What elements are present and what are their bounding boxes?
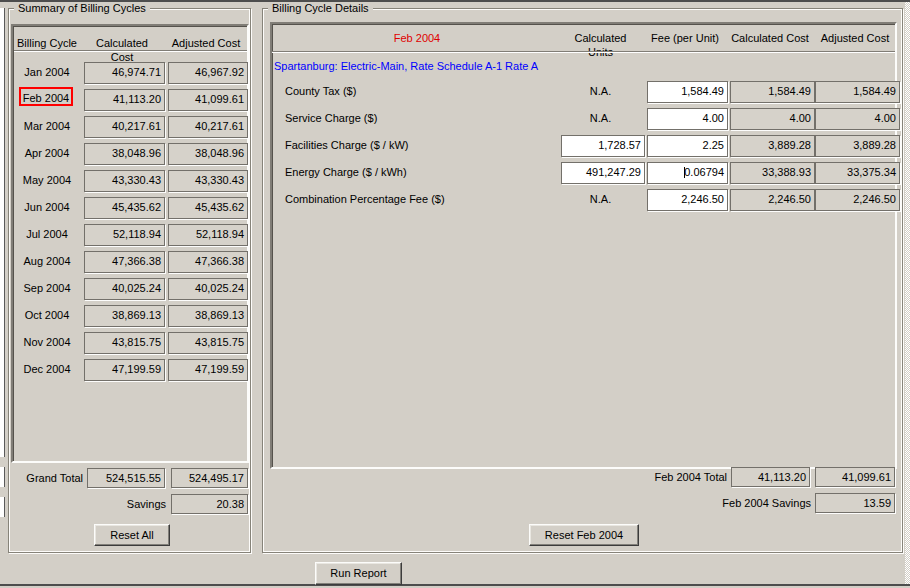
units-value: N.A. <box>561 108 640 128</box>
cycle-label[interactable]: Apr 2004 <box>14 143 80 163</box>
fee-input[interactable]: 4.00 <box>647 108 728 130</box>
details-panel-title: Billing Cycle Details <box>268 2 373 14</box>
adjusted-cost-field: 47,366.38 <box>168 251 248 273</box>
right-scrollbar-strip[interactable] <box>905 2 910 584</box>
units-input[interactable]: 1,728.57 <box>561 135 645 157</box>
adjusted-cost-field: 38,048.96 <box>168 143 248 165</box>
detail-row-county-tax: County Tax ($) N.A. 1,584.49 1,584.49 1,… <box>262 81 903 101</box>
summary-panel-title: Summary of Billing Cycles <box>14 2 150 14</box>
calculated-cost-field: 40,025.24 <box>84 278 165 300</box>
calculated-cost-field: 2,246.50 <box>730 189 815 211</box>
charge-label: Combination Percentage Fee ($) <box>285 189 445 209</box>
fee-input[interactable]: 1,584.49 <box>647 81 728 103</box>
table-row-jul: Jul 200452,118.9452,118.94 <box>8 224 251 244</box>
details-header-separator <box>272 51 895 53</box>
cycle-savings-field: 13.59 <box>815 493 895 513</box>
column-header-calculated-cost: Calculated Cost <box>730 31 810 45</box>
calculated-cost-field: 43,815.75 <box>84 332 165 354</box>
fee-input[interactable]: 2,246.50 <box>647 189 728 211</box>
cycle-label[interactable]: Jun 2004 <box>14 197 80 217</box>
table-row-aug: Aug 200447,366.3847,366.38 <box>8 251 251 271</box>
cycle-total-label: Feb 2004 Total <box>647 467 727 487</box>
calculated-cost-field: 3,889.28 <box>730 135 815 157</box>
column-header-fee-per-unit: Fee (per Unit) <box>647 31 723 45</box>
detail-row-energy-charge: Energy Charge ($ / kWh) 491,247.29 0.067… <box>262 162 903 182</box>
column-header-adjusted-cost: Adjusted Cost <box>815 31 895 45</box>
calculated-cost-field: 40,217.61 <box>84 116 165 138</box>
cycle-label[interactable]: May 2004 <box>14 170 80 190</box>
table-row-mar: Mar 200440,217.6140,217.61 <box>8 116 251 136</box>
calculated-cost-field: 38,048.96 <box>84 143 165 165</box>
header-separator <box>14 50 247 52</box>
left-clipped-field-edge <box>0 497 5 517</box>
left-clipped-field-edge <box>0 467 5 487</box>
calculated-cost-field: 38,869.13 <box>84 305 165 327</box>
table-row-dec: Dec 200447,199.5947,199.59 <box>8 359 251 379</box>
cycle-label[interactable]: Sep 2004 <box>14 278 80 298</box>
calculated-cost-field: 45,435.62 <box>84 197 165 219</box>
adjusted-cost-field: 45,435.62 <box>168 197 248 219</box>
charge-label: Facilities Charge ($ / kW) <box>285 135 408 155</box>
cycle-label[interactable]: Aug 2004 <box>14 251 80 271</box>
grand-total-calculated-field: 524,515.55 <box>87 468 165 488</box>
adjusted-cost-field: 40,217.61 <box>168 116 248 138</box>
adjusted-cost-field: 4.00 <box>815 108 900 130</box>
calculated-cost-field: 41,113.20 <box>84 89 165 111</box>
adjusted-cost-field: 38,869.13 <box>168 305 248 327</box>
details-panel: Billing Cycle Details Feb 2004 Calculate… <box>262 8 903 553</box>
adjusted-cost-field: 46,967.92 <box>168 62 248 84</box>
calculated-cost-field: 52,118.94 <box>84 224 165 246</box>
calculated-cost-field: 46,974.71 <box>84 62 165 84</box>
cycle-label[interactable]: Mar 2004 <box>14 116 80 136</box>
adjusted-cost-field: 1,584.49 <box>815 81 900 103</box>
detail-row-combination-fee: Combination Percentage Fee ($) N.A. 2,24… <box>262 189 903 209</box>
cycle-label[interactable]: Nov 2004 <box>14 332 80 352</box>
selected-cycle-title: Feb 2004 <box>274 31 560 45</box>
cycle-label[interactable]: Jul 2004 <box>14 224 80 244</box>
charge-label: Service Charge ($) <box>285 108 377 128</box>
cycle-label[interactable]: Oct 2004 <box>14 305 80 325</box>
cycle-total-adjusted-field: 41,099.61 <box>815 467 895 487</box>
adjusted-cost-field: 2,246.50 <box>815 189 900 211</box>
cycle-label[interactable]: Jan 2004 <box>14 62 80 82</box>
table-row-apr: Apr 200438,048.9638,048.96 <box>8 143 251 163</box>
column-header-adjusted-cost: Adjusted Cost <box>168 36 244 50</box>
table-row-may: May 200443,330.4343,330.43 <box>8 170 251 190</box>
reset-cycle-button[interactable]: Reset Feb 2004 <box>529 524 639 546</box>
reset-all-button[interactable]: Reset All <box>94 524 170 546</box>
adjusted-cost-field: 3,889.28 <box>815 135 900 157</box>
units-input[interactable]: 491,247.29 <box>561 162 645 184</box>
adjusted-cost-field: 47,199.59 <box>168 359 248 381</box>
grand-total-adjusted-field: 524,495.17 <box>171 468 248 488</box>
table-row-feb-selected: Feb 200441,113.2041,099.61 <box>8 89 251 109</box>
calculated-cost-field: 4.00 <box>730 108 815 130</box>
savings-field: 20.38 <box>171 494 248 514</box>
adjusted-cost-field: 43,330.43 <box>168 170 248 192</box>
meter-description: Spartanburg: Electric-Main, Rate Schedul… <box>274 60 538 72</box>
charge-label: County Tax ($) <box>285 81 356 101</box>
cycle-label-selected[interactable]: Feb 2004 <box>19 87 73 106</box>
fee-input[interactable]: 2.25 <box>647 135 728 157</box>
detail-row-service-charge: Service Charge ($) N.A. 4.00 4.00 4.00 <box>262 108 903 128</box>
fee-input-focused[interactable]: 0.06794 <box>647 162 728 184</box>
cycle-label[interactable]: Dec 2004 <box>14 359 80 379</box>
adjusted-cost-field: 52,118.94 <box>168 224 248 246</box>
cycle-total-calculated-field: 41,113.20 <box>731 467 810 487</box>
calculated-cost-field: 47,199.59 <box>84 359 165 381</box>
table-row-sep: Sep 200440,025.2440,025.24 <box>8 278 251 298</box>
billing-app-window: Summary of Billing Cycles Billing Cycle … <box>0 0 910 588</box>
calculated-cost-field: 33,388.93 <box>730 162 815 184</box>
table-row-oct: Oct 200438,869.1338,869.13 <box>8 305 251 325</box>
table-row-nov: Nov 200443,815.7543,815.75 <box>8 332 251 352</box>
run-report-button[interactable]: Run Report <box>315 562 402 585</box>
adjusted-cost-field: 43,815.75 <box>168 332 248 354</box>
table-row-jan: Jan 200446,974.7146,967.92 <box>8 62 251 82</box>
cycle-savings-label: Feb 2004 Savings <box>691 493 811 513</box>
column-header-billing-cycle: Billing Cycle <box>14 36 80 50</box>
units-value: N.A. <box>561 81 640 101</box>
calculated-cost-field: 1,584.49 <box>730 81 815 103</box>
calculated-cost-field: 47,366.38 <box>84 251 165 273</box>
detail-row-facilities-charge: Facilities Charge ($ / kW) 1,728.57 2.25… <box>262 135 903 155</box>
adjusted-cost-field: 40,025.24 <box>168 278 248 300</box>
summary-panel: Summary of Billing Cycles Billing Cycle … <box>8 8 251 553</box>
